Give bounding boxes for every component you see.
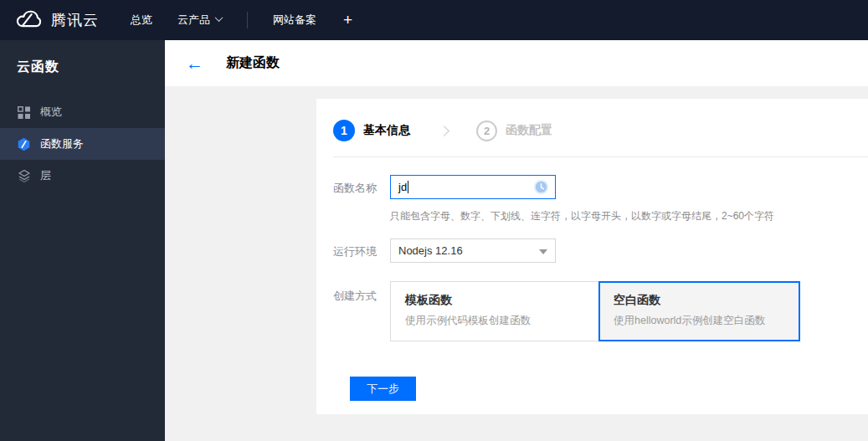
sidebar-item-label: 函数服务 [40,136,84,151]
sidebar-item-function-service[interactable]: 函数服务 [0,128,165,160]
dropdown-arrow-icon [539,249,547,254]
cloud-logo-icon [13,8,44,33]
chevron-down-icon [215,13,223,22]
runtime-label: 运行环境 [333,238,390,263]
method-card-blank-function[interactable]: 空白函数 使用helloworld示例创建空白函数 [598,281,800,341]
add-tab-button[interactable]: + [343,11,352,29]
function-name-input[interactable]: jd [390,175,556,199]
method-card-template-function[interactable]: 模板函数 使用示例代码模板创建函数 [390,281,598,341]
function-name-help: 只能包含字母、数字、下划线、连字符，以字母开头，以数字或字母结尾，2~60个字符 [390,209,774,223]
sidebar: 云函数 概览 函数服务 层 [0,40,165,441]
nav-item-cloud-products[interactable]: 云产品 [177,13,222,28]
content-area: 1 基本信息 2 函数配置 函数名称 jd [165,86,868,441]
step-2-indicator: 2 [476,121,497,141]
sidebar-item-overview[interactable]: 概览 [0,96,165,128]
creation-method-label: 创建方式 [333,281,390,341]
method-card-desc: 使用示例代码模板创建函数 [405,314,598,328]
step-1-label: 基本信息 [363,123,410,138]
runtime-select[interactable]: Nodejs 12.16 [390,238,556,263]
clock-icon [533,179,549,198]
nav-item-overview[interactable]: 总览 [131,13,152,28]
wizard-steps: 1 基本信息 2 函数配置 [316,99,868,141]
basic-info-form: 函数名称 jd 只能包含字母、数字、下划线、连字符，以 [316,175,868,401]
grid-icon [17,105,31,120]
next-step-button[interactable]: 下一步 [350,377,416,401]
function-service-icon [17,137,31,151]
page-header: ← 新建函数 [165,40,868,86]
top-navbar: 腾讯云 总览 云产品 网站备案 + [0,0,868,40]
step-2-label: 函数配置 [506,123,552,138]
method-card-title: 空白函数 [614,293,799,308]
text-cursor [408,181,408,193]
sidebar-item-label: 概览 [40,105,62,120]
method-card-title: 模板函数 [405,293,598,308]
sidebar-item-label: 层 [40,168,51,183]
step-1-indicator: 1 [333,120,355,141]
steps-divider [333,156,868,157]
page-title: 新建函数 [226,54,280,72]
nav-item-icp-filing[interactable]: 网站备案 [273,13,316,28]
runtime-value: Nodejs 12.16 [398,244,463,257]
method-card-desc: 使用helloworld示例创建空白函数 [614,314,799,328]
sidebar-item-layers[interactable]: 层 [0,160,165,192]
create-function-panel: 1 基本信息 2 函数配置 函数名称 jd [316,99,868,414]
sidebar-title: 云函数 [0,40,165,96]
chevron-right-icon [439,126,449,136]
brand-name: 腾讯云 [51,10,99,30]
back-arrow-icon[interactable]: ← [186,54,203,72]
function-name-value: jd [398,181,407,193]
layers-icon [17,169,31,183]
nav-divider [247,12,248,28]
function-name-label: 函数名称 [333,175,390,223]
tencent-cloud-logo[interactable]: 腾讯云 [13,8,99,33]
